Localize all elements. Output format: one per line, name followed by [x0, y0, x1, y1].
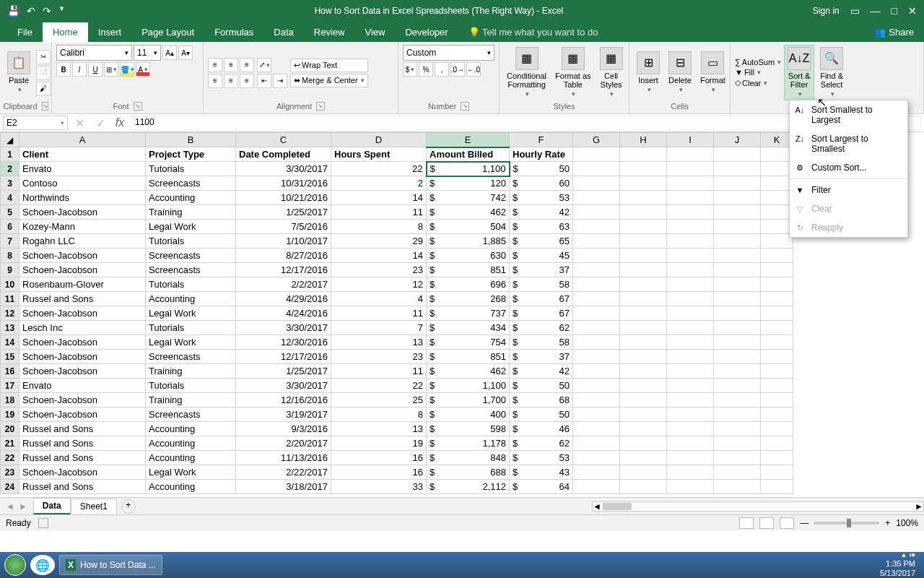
cell[interactable]: Screencasts: [146, 249, 236, 263]
filter-item[interactable]: ▼Filter: [790, 181, 907, 199]
row-header-1[interactable]: 1: [1, 147, 19, 162]
cell[interactable]: 12/30/2016: [236, 335, 331, 350]
cell[interactable]: $67: [510, 306, 573, 321]
cell[interactable]: $60: [510, 176, 573, 191]
row-header-14[interactable]: 14: [1, 335, 19, 350]
cell[interactable]: 3/30/2017: [236, 379, 331, 393]
cell[interactable]: 12/17/2016: [236, 263, 331, 277]
cell[interactable]: [667, 249, 714, 263]
cell[interactable]: 13: [331, 422, 427, 436]
cell[interactable]: $462: [427, 205, 510, 220]
cell[interactable]: $268: [427, 292, 510, 306]
chrome-icon[interactable]: 🌐: [30, 555, 55, 575]
cell[interactable]: [761, 321, 793, 335]
cell[interactable]: $42: [510, 364, 573, 379]
cell[interactable]: [761, 393, 793, 407]
row-header-7[interactable]: 7: [1, 234, 19, 249]
cell[interactable]: Schoen-Jacobson: [19, 364, 146, 379]
number-launcher[interactable]: ↘: [461, 102, 469, 111]
row-header-17[interactable]: 17: [1, 379, 19, 393]
format-painter-icon[interactable]: 🖌: [36, 82, 51, 96]
cell[interactable]: [667, 393, 714, 407]
cell[interactable]: [714, 220, 761, 234]
cell[interactable]: [761, 480, 793, 494]
cell[interactable]: $43: [510, 465, 573, 480]
cut-icon[interactable]: ✂: [36, 50, 51, 64]
cell[interactable]: Russel and Sons: [19, 480, 146, 494]
cell[interactable]: [573, 263, 620, 277]
cell[interactable]: $598: [427, 422, 510, 436]
row-header-15[interactable]: 15: [1, 350, 19, 364]
cell[interactable]: [667, 451, 714, 465]
enter-formula-icon[interactable]: ✓: [92, 116, 110, 130]
cell[interactable]: Schoen-Jacobson: [19, 350, 146, 364]
cell[interactable]: $45: [510, 249, 573, 263]
cancel-formula-icon[interactable]: ✕: [71, 116, 89, 130]
cell[interactable]: [620, 277, 667, 292]
cell[interactable]: 13: [331, 335, 427, 350]
cell[interactable]: $37: [510, 263, 573, 277]
cell[interactable]: Northwinds: [19, 191, 146, 205]
cell[interactable]: 8/27/2016: [236, 249, 331, 263]
cell[interactable]: [761, 234, 793, 249]
cell[interactable]: [573, 393, 620, 407]
cell[interactable]: $400: [427, 407, 510, 422]
cell[interactable]: Training: [146, 205, 236, 220]
row-header-13[interactable]: 13: [1, 321, 19, 335]
cell[interactable]: [573, 277, 620, 292]
row-header-11[interactable]: 11: [1, 292, 19, 306]
cell[interactable]: [620, 263, 667, 277]
col-header-K[interactable]: K: [761, 133, 793, 147]
col-header-J[interactable]: J: [714, 133, 761, 147]
cell[interactable]: [620, 205, 667, 220]
underline-button[interactable]: U: [88, 62, 103, 77]
accounting-format-icon[interactable]: $: [403, 62, 417, 77]
cell[interactable]: [761, 379, 793, 393]
cell[interactable]: [761, 162, 793, 176]
cell[interactable]: [667, 162, 714, 176]
cell[interactable]: $62: [510, 321, 573, 335]
bold-button[interactable]: B: [56, 62, 71, 77]
cell[interactable]: [620, 234, 667, 249]
italic-button[interactable]: I: [72, 62, 87, 77]
cell[interactable]: $1,100: [427, 162, 510, 176]
cell[interactable]: Screencasts: [146, 176, 236, 191]
new-sheet-button[interactable]: +: [121, 499, 136, 514]
tab-page-layout[interactable]: Page Layout: [131, 22, 204, 42]
cell[interactable]: [573, 407, 620, 422]
cell[interactable]: $1,700: [427, 393, 510, 407]
col-header-G[interactable]: G: [573, 133, 620, 147]
cell[interactable]: [761, 220, 793, 234]
row-header-23[interactable]: 23: [1, 465, 19, 480]
sign-in-link[interactable]: Sign in: [813, 6, 840, 16]
cell[interactable]: 1/25/2017: [236, 205, 331, 220]
cell[interactable]: [667, 436, 714, 451]
cell[interactable]: [573, 306, 620, 321]
header-cell[interactable]: Hourly Rate: [510, 147, 573, 162]
cell[interactable]: Russel and Sons: [19, 451, 146, 465]
cell[interactable]: 12/16/2016: [236, 393, 331, 407]
col-header-B[interactable]: B: [146, 133, 236, 147]
cell[interactable]: 2/20/2017: [236, 436, 331, 451]
insert-cells-button[interactable]: ⊞Insert: [634, 50, 663, 95]
row-header-24[interactable]: 24: [1, 480, 19, 494]
wrap-text-button[interactable]: ↩ Wrap Text: [290, 59, 368, 72]
start-button[interactable]: [4, 554, 26, 576]
cell[interactable]: $434: [427, 321, 510, 335]
ribbon-display-icon[interactable]: ▭: [850, 5, 860, 17]
cell[interactable]: [714, 350, 761, 364]
cell[interactable]: 4/29/2016: [236, 292, 331, 306]
header-cell[interactable]: [761, 147, 793, 162]
col-header-A[interactable]: A: [19, 133, 146, 147]
cell[interactable]: Schoen-Jacobson: [19, 335, 146, 350]
cell[interactable]: Legal Work: [146, 465, 236, 480]
align-middle-icon[interactable]: ≡: [224, 58, 238, 72]
cell[interactable]: [714, 249, 761, 263]
cell[interactable]: [620, 480, 667, 494]
cell[interactable]: [761, 350, 793, 364]
cell[interactable]: [573, 465, 620, 480]
cell[interactable]: Schoen-Jacobson: [19, 249, 146, 263]
cell[interactable]: [761, 364, 793, 379]
tab-home[interactable]: Home: [43, 22, 88, 42]
row-header-16[interactable]: 16: [1, 364, 19, 379]
